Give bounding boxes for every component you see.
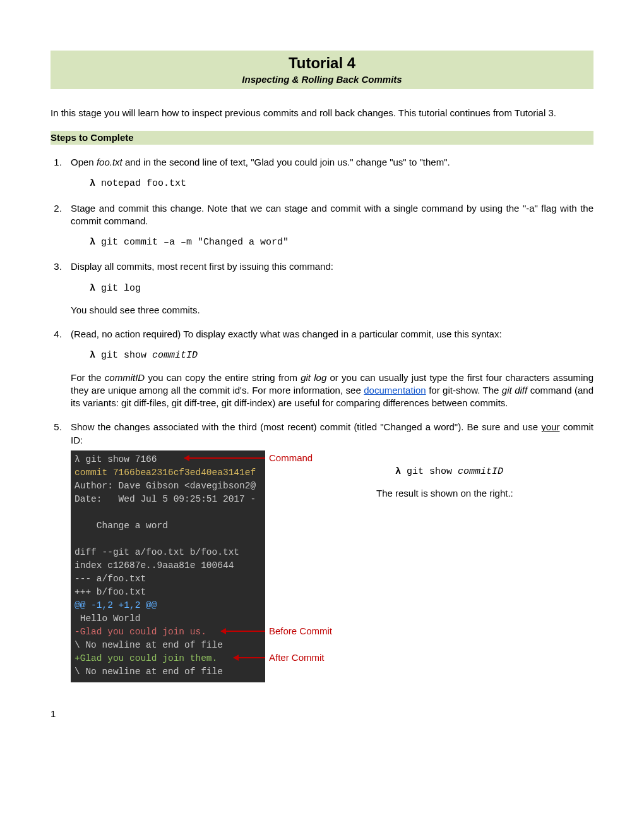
step-3: Display all commits, most recent first b… xyxy=(64,260,593,317)
annotation-command-label: Command xyxy=(269,452,313,464)
lambda-prompt: λ xyxy=(90,283,95,294)
step3-note: You should see three commits. xyxy=(71,304,593,317)
step-4: (Read, no action required) To display ex… xyxy=(64,328,593,409)
term-line-3: Author: Dave Gibson <davegibson2@ xyxy=(75,480,261,493)
terminal-output: λ git show 7166 commit 7166bea2316cf3ed4… xyxy=(71,450,265,682)
page-subtitle: Inspecting & Rolling Back Commits xyxy=(51,73,593,86)
lambda-prompt: λ xyxy=(90,237,95,248)
step5-ta: Show the changes associated with the thi… xyxy=(71,421,541,432)
annotation-before-label: Before Commit xyxy=(269,625,332,638)
step2-command: λ git commit –a –m "Changed a word" xyxy=(90,236,593,249)
step4-pg: git diff xyxy=(502,385,527,396)
steps-list: Open foo.txt and in the second line of t… xyxy=(51,156,593,682)
step4-cmd-a: git show xyxy=(95,350,152,361)
section-header: Steps to Complete xyxy=(51,131,593,145)
term-line-4: Date: Wed Jul 5 09:25:51 2017 - xyxy=(75,493,261,506)
term-line-11: Hello World xyxy=(75,612,261,626)
term-line-2: commit 7166bea2316cf3ed40ea3141ef xyxy=(75,466,261,480)
step4-pc: you can copy the entire string from xyxy=(145,372,301,383)
term-line-8: --- a/foo.txt xyxy=(75,572,261,586)
step4-cmd-b: commitID xyxy=(152,350,198,361)
term-line-13: \ No newline at end of file xyxy=(75,639,261,652)
step4-text: (Read, no action required) To display ex… xyxy=(71,329,502,339)
step1-post: and in the second line of text, "Glad yo… xyxy=(122,157,450,167)
term-l1b: git show 7166 xyxy=(80,454,157,464)
title-bar: Tutorial 4 Inspecting & Rolling Back Com… xyxy=(51,51,593,89)
step4-command: λ git show commitID xyxy=(90,349,593,362)
annotation-before: Before Commit xyxy=(265,625,332,638)
term-line-9: +++ b/foo.txt xyxy=(75,586,261,599)
step1-cmd-text: notepad foo.txt xyxy=(95,178,186,189)
arrow-icon xyxy=(184,457,265,459)
lambda-prompt: λ xyxy=(90,350,95,361)
step3-cmd-text: git log xyxy=(95,283,141,294)
step4-pb: commitID xyxy=(105,372,145,383)
term-lambda: λ xyxy=(75,454,80,464)
term-line-1: λ git show 7166 xyxy=(75,453,261,466)
step2-cmd-text: git commit –a –m "Changed a word" xyxy=(95,237,289,248)
term-blank-1 xyxy=(75,506,261,519)
step1-command: λ notepad foo.txt xyxy=(90,178,593,190)
step1-file: foo.txt xyxy=(97,157,122,167)
term-line-10: @@ -1,2 +1,2 @@ xyxy=(75,599,261,612)
step5-right-column: λ git show commitID The result is shown … xyxy=(379,450,593,500)
term-blank-2 xyxy=(75,533,261,546)
term-line-5: Change a word xyxy=(75,519,261,533)
page-number: 1 xyxy=(51,708,593,720)
step2-text: Stage and commit this change. Note that … xyxy=(71,203,593,226)
annotation-after-label: After Commit xyxy=(269,651,325,664)
term-line-6: diff --git a/foo.txt b/foo.txt xyxy=(75,546,261,559)
documentation-link[interactable]: documentation xyxy=(364,385,426,396)
term-line-15: \ No newline at end of file xyxy=(75,665,261,679)
annotation-command: Command xyxy=(265,452,313,464)
step5-command: λ git show commitID xyxy=(395,466,593,478)
step4-paragraph: For the commitID you can copy the entire… xyxy=(71,372,593,410)
step-1: Open foo.txt and in the second line of t… xyxy=(64,156,593,191)
step5-cmd-a: git show xyxy=(401,466,458,477)
lambda-prompt: λ xyxy=(90,178,95,189)
step-2: Stage and commit this change. Note that … xyxy=(64,202,593,250)
step4-pf: for git-show. The xyxy=(426,385,502,396)
annotation-after: After Commit xyxy=(265,651,325,664)
step5-cmd-b: commitID xyxy=(458,466,503,477)
arrow-icon xyxy=(234,657,265,658)
arrow-icon xyxy=(221,631,265,632)
step3-text: Display all commits, most recent first b… xyxy=(71,261,333,272)
step3-command: λ git log xyxy=(90,282,593,295)
lambda-prompt: λ xyxy=(395,466,401,477)
step5-figure-row: λ git show 7166 commit 7166bea2316cf3ed4… xyxy=(71,450,593,682)
page-title: Tutorial 4 xyxy=(51,53,593,73)
step5-result: The result is shown on the right.: xyxy=(376,487,593,500)
term-line-12: -Glad you could join us. xyxy=(75,626,261,639)
step-5: Show the changes associated with the thi… xyxy=(64,421,593,682)
step4-pd: git log xyxy=(301,372,326,383)
step5-tb: your xyxy=(541,421,559,432)
step4-pa: For the xyxy=(71,372,105,383)
intro-paragraph: In this stage you will learn how to insp… xyxy=(51,107,593,119)
term-line-7: index c12687e..9aaa81e 100644 xyxy=(75,559,261,572)
step1-pre: Open xyxy=(71,157,97,167)
